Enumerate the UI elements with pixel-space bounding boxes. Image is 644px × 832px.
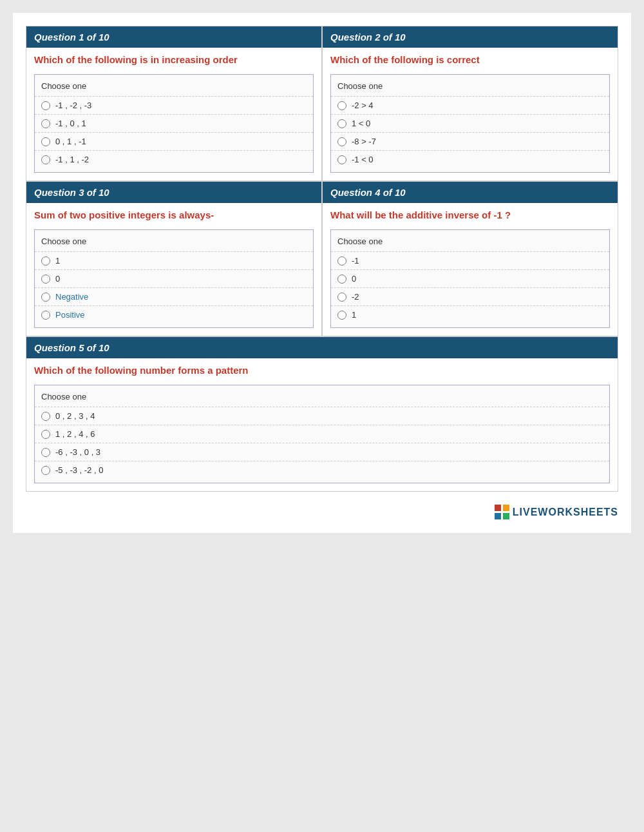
choose-label-q1: Choose one [35,79,313,96]
option-label-q5-c: -6 , -3 , 0 , 3 [55,447,100,457]
question-header-q3: Question 3 of 10 [26,182,321,203]
radio-q5-d[interactable] [41,466,50,475]
questions-grid: Question 1 of 10Which of the following i… [26,26,618,492]
lw-sq-red [495,505,501,511]
question-text-q4: What will be the additive inverse of -1 … [323,203,618,224]
option-label-q3-a: 1 [55,256,60,266]
option-row-q2-b[interactable]: 1 < 0 [331,114,609,132]
option-row-q4-d[interactable]: 1 [331,305,609,324]
radio-q3-c[interactable] [41,293,50,302]
question-header-q5: Question 5 of 10 [26,337,618,358]
option-label-q2-c: -8 > -7 [352,137,376,146]
radio-q3-a[interactable] [41,256,50,266]
option-row-q4-c[interactable]: -2 [331,287,609,305]
option-label-q5-d: -5 , -3 , -2 , 0 [55,465,103,475]
option-row-q4-b[interactable]: 0 [331,269,609,287]
option-row-q5-a[interactable]: 0 , 2 , 3 , 4 [35,407,609,425]
option-row-q3-d[interactable]: Positive [35,305,313,324]
lw-squares [495,505,510,520]
choose-label-q4: Choose one [331,234,609,251]
option-row-q5-b[interactable]: 1 , 2 , 4 , 6 [35,425,609,443]
radio-q3-b[interactable] [41,275,50,284]
option-label-q4-d: 1 [352,310,356,320]
choose-label-q3: Choose one [35,234,313,251]
radio-q1-b[interactable] [41,119,50,128]
option-label-q5-b: 1 , 2 , 4 , 6 [55,429,95,439]
radio-q2-a[interactable] [337,101,346,110]
option-label-q4-b: 0 [352,274,356,284]
liveworksheets-footer: LIVEWORKSHEETS [26,505,618,520]
option-row-q1-c[interactable]: 0 , 1 , -1 [35,132,313,150]
lw-logo: LIVEWORKSHEETS [495,505,618,520]
option-row-q5-c[interactable]: -6 , -3 , 0 , 3 [35,443,609,461]
options-box-q5: Choose one0 , 2 , 3 , 41 , 2 , 4 , 6-6 ,… [34,385,610,483]
option-row-q3-a[interactable]: 1 [35,251,313,269]
option-label-q2-d: -1 < 0 [352,155,374,164]
options-box-q2: Choose one-2 > 41 < 0-8 > -7-1 < 0 [330,74,610,173]
radio-q1-a[interactable] [41,101,50,110]
question-text-q1: Which of the following is in increasing … [26,48,321,69]
question-block-q5: Question 5 of 10Which of the following n… [26,336,618,492]
option-row-q1-d[interactable]: -1 , 1 , -2 [35,150,313,168]
radio-q5-c[interactable] [41,448,50,457]
radio-q5-b[interactable] [41,430,50,439]
page: Question 1 of 10Which of the following i… [13,13,631,533]
question-header-q1: Question 1 of 10 [26,26,321,48]
radio-q2-d[interactable] [337,155,346,164]
option-label-q5-a: 0 , 2 , 3 , 4 [55,411,95,421]
option-row-q5-d[interactable]: -5 , -3 , -2 , 0 [35,461,609,479]
option-label-q1-d: -1 , 1 , -2 [55,155,89,164]
lw-sq-green [503,513,509,519]
radio-q4-c[interactable] [337,293,346,302]
option-label-q2-b: 1 < 0 [352,119,370,128]
choose-label-q5: Choose one [35,389,609,407]
option-row-q2-d[interactable]: -1 < 0 [331,150,609,168]
radio-q1-c[interactable] [41,137,50,146]
lw-sq-yellow [503,505,509,511]
option-row-q1-a[interactable]: -1 , -2 , -3 [35,96,313,114]
options-box-q4: Choose one-10-21 [330,229,610,328]
option-label-q4-a: -1 [352,256,359,266]
option-row-q2-c[interactable]: -8 > -7 [331,132,609,150]
question-block-q2: Question 2 of 10Which of the following i… [322,26,618,181]
radio-q4-b[interactable] [337,275,346,284]
options-box-q1: Choose one-1 , -2 , -3-1 , 0 , 10 , 1 , … [34,74,314,173]
question-block-q4: Question 4 of 10What will be the additiv… [322,181,618,336]
option-label-q3-d: Positive [55,310,85,320]
radio-q4-a[interactable] [337,256,346,266]
radio-q2-b[interactable] [337,119,346,128]
radio-q3-d[interactable] [41,311,50,320]
question-header-q4: Question 4 of 10 [323,182,618,203]
question-header-q2: Question 2 of 10 [323,26,618,48]
question-text-q2: Which of the following is correct [323,48,618,69]
option-row-q3-b[interactable]: 0 [35,269,313,287]
option-label-q1-b: -1 , 0 , 1 [55,119,86,128]
option-label-q1-a: -1 , -2 , -3 [55,101,91,110]
radio-q5-a[interactable] [41,412,50,421]
choose-label-q2: Choose one [331,79,609,96]
question-block-q1: Question 1 of 10Which of the following i… [26,26,322,181]
radio-q4-d[interactable] [337,311,346,320]
option-label-q1-c: 0 , 1 , -1 [55,137,86,146]
option-row-q3-c[interactable]: Negative [35,287,313,305]
question-text-q5: Which of the following number forms a pa… [26,358,618,380]
option-label-q4-c: -2 [352,292,359,302]
option-label-q2-a: -2 > 4 [352,101,374,110]
option-row-q4-a[interactable]: -1 [331,251,609,269]
option-label-q3-b: 0 [55,274,60,284]
question-text-q3: Sum of two positive integers is always- [26,203,321,224]
radio-q2-c[interactable] [337,137,346,146]
radio-q1-d[interactable] [41,155,50,164]
option-row-q2-a[interactable]: -2 > 4 [331,96,609,114]
options-box-q3: Choose one10NegativePositive [34,229,314,328]
option-label-q3-c: Negative [55,292,88,302]
lw-sq-blue [495,513,501,519]
question-block-q3: Question 3 of 10Sum of two positive inte… [26,181,322,336]
lw-brand-name: LIVEWORKSHEETS [513,507,618,518]
option-row-q1-b[interactable]: -1 , 0 , 1 [35,114,313,132]
